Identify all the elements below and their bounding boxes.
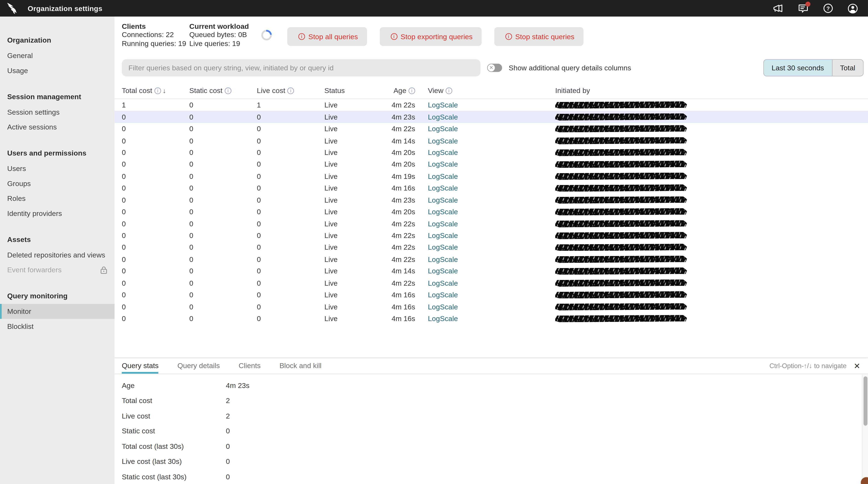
table-row[interactable]: 000Live4m 14sLogScale bbox=[115, 265, 868, 277]
column-header-view[interactable]: Viewi bbox=[428, 87, 555, 95]
stop-static-queries-button[interactable]: iStop static queries bbox=[494, 27, 583, 46]
stop-all-queries-button[interactable]: iStop all queries bbox=[287, 27, 367, 46]
view-link[interactable]: LogScale bbox=[428, 208, 458, 216]
table-row[interactable]: 000Live4m 19sLogScale bbox=[115, 170, 868, 182]
tab-clients[interactable]: Clients bbox=[239, 358, 261, 373]
cell-total-cost: 0 bbox=[122, 125, 189, 133]
query-table-header: Total costi↓Static costiLive costiStatus… bbox=[115, 81, 868, 99]
table-row[interactable]: 000Live4m 14sLogScale bbox=[115, 135, 868, 147]
tab-query-details[interactable]: Query details bbox=[177, 358, 220, 373]
query-filter-input[interactable] bbox=[122, 59, 480, 77]
cell-live-cost: 0 bbox=[257, 267, 324, 275]
view-link[interactable]: LogScale bbox=[428, 314, 458, 323]
column-header-age[interactable]: Agei bbox=[388, 87, 415, 95]
sidebar-item-active-sessions[interactable]: Active sessions bbox=[0, 120, 115, 134]
stat-row-total-cost: Total cost2 bbox=[122, 393, 868, 409]
table-row[interactable]: 000Live4m 20sLogScale bbox=[115, 158, 868, 170]
table-row[interactable]: 000Live4m 20sLogScale bbox=[115, 206, 868, 218]
view-link[interactable]: LogScale bbox=[428, 125, 458, 133]
range-option-total[interactable]: Total bbox=[832, 60, 863, 76]
view-link[interactable]: LogScale bbox=[428, 267, 458, 275]
additional-columns-toggle[interactable]: ✕ bbox=[487, 64, 502, 72]
cell-static-cost: 0 bbox=[189, 219, 257, 228]
stop-exporting-queries-button[interactable]: iStop exporting queries bbox=[379, 27, 482, 46]
view-link[interactable]: LogScale bbox=[428, 255, 458, 264]
sidebar-item-monitor[interactable]: Monitor bbox=[0, 304, 115, 319]
table-row[interactable]: 000Live4m 20sLogScale bbox=[115, 147, 868, 158]
info-icon[interactable]: i bbox=[446, 88, 452, 94]
view-link[interactable]: LogScale bbox=[428, 279, 458, 287]
sidebar-item-roles[interactable]: Roles bbox=[0, 191, 115, 206]
cell-view: LogScale bbox=[428, 279, 555, 287]
column-header-label: Initiated by bbox=[555, 87, 590, 95]
sidebar-item-general[interactable]: General bbox=[0, 48, 115, 63]
table-row[interactable]: 000Live4m 22sLogScale bbox=[115, 253, 868, 265]
overview-block-clients: ClientsConnections: 22Running queries: 1… bbox=[122, 22, 189, 48]
details-tabbar-right: Ctrl-Option-↑/↓ to navigate ✕ bbox=[770, 358, 868, 373]
table-row[interactable]: 000Live4m 23sLogScale bbox=[115, 111, 868, 123]
info-icon[interactable]: i bbox=[225, 88, 231, 94]
sidebar-item-label: Session settings bbox=[7, 108, 60, 116]
table-row[interactable]: 000Live4m 22sLogScale bbox=[115, 230, 868, 242]
table-row[interactable]: 000Live4m 22sLogScale bbox=[115, 242, 868, 253]
details-tabs: Query statsQuery detailsClientsBlock and… bbox=[115, 358, 868, 374]
sidebar-item-identity-providers[interactable]: Identity providers bbox=[0, 206, 115, 221]
view-link[interactable]: LogScale bbox=[428, 196, 458, 204]
notifications-icon[interactable] bbox=[798, 3, 808, 13]
view-link[interactable]: LogScale bbox=[428, 148, 458, 157]
range-option-last-30-seconds[interactable]: Last 30 seconds bbox=[764, 60, 832, 76]
column-header-static-cost[interactable]: Static costi bbox=[189, 87, 257, 95]
cell-status: Live bbox=[324, 303, 388, 311]
table-row[interactable]: 101Live4m 22sLogScale bbox=[115, 99, 868, 111]
view-link[interactable]: LogScale bbox=[428, 243, 458, 251]
details-scrollbar-thumb[interactable] bbox=[864, 376, 867, 425]
sidebar-item-session-settings[interactable]: Session settings bbox=[0, 105, 115, 120]
details-scrollbar[interactable] bbox=[862, 374, 868, 484]
info-icon[interactable]: i bbox=[287, 88, 294, 94]
query-table-body: 101Live4m 22sLogScale000Live4m 23sLogSca… bbox=[115, 99, 868, 325]
cell-live-cost: 0 bbox=[257, 291, 324, 299]
view-link[interactable]: LogScale bbox=[428, 172, 458, 180]
table-row[interactable]: 000Live4m 16sLogScale bbox=[115, 301, 868, 313]
help-icon[interactable]: ? bbox=[823, 3, 833, 13]
view-link[interactable]: LogScale bbox=[428, 113, 458, 121]
view-link[interactable]: LogScale bbox=[428, 219, 458, 228]
sidebar-item-blocklist[interactable]: Blocklist bbox=[0, 319, 115, 334]
sidebar-item-deleted-repositories-and-views[interactable]: Deleted repositories and views bbox=[0, 247, 115, 263]
table-row[interactable]: 000Live4m 22sLogScale bbox=[115, 218, 868, 230]
column-header-live-cost[interactable]: Live costi bbox=[257, 87, 324, 95]
column-header-label: Live cost bbox=[257, 87, 285, 95]
cell-view: LogScale bbox=[428, 148, 555, 157]
sidebar-item-usage[interactable]: Usage bbox=[0, 63, 115, 78]
view-link[interactable]: LogScale bbox=[428, 137, 458, 145]
view-link[interactable]: LogScale bbox=[428, 303, 458, 311]
sidebar-item-groups[interactable]: Groups bbox=[0, 176, 115, 191]
view-link[interactable]: LogScale bbox=[428, 291, 458, 299]
cell-total-cost: 0 bbox=[122, 113, 189, 121]
cell-live-cost: 0 bbox=[257, 303, 324, 311]
table-row[interactable]: 000Live4m 23sLogScale bbox=[115, 194, 868, 206]
table-row[interactable]: 000Live4m 22sLogScale bbox=[115, 123, 868, 135]
sidebar-item-users[interactable]: Users bbox=[0, 161, 115, 176]
column-header-initiated-by[interactable]: Initiated by bbox=[555, 87, 868, 95]
column-header-status[interactable]: Status bbox=[324, 87, 388, 95]
table-row[interactable]: 000Live4m 16sLogScale bbox=[115, 289, 868, 301]
tab-block-and-kill[interactable]: Block and kill bbox=[280, 358, 321, 373]
table-row[interactable]: 000Live4m 16sLogScale bbox=[115, 313, 868, 325]
info-icon[interactable]: i bbox=[154, 88, 161, 94]
table-row[interactable]: 000Live4m 16sLogScale bbox=[115, 182, 868, 194]
megaphone-icon[interactable] bbox=[773, 3, 783, 13]
sort-descending-icon[interactable]: ↓ bbox=[163, 87, 166, 95]
view-link[interactable]: LogScale bbox=[428, 160, 458, 169]
view-link[interactable]: LogScale bbox=[428, 184, 458, 192]
close-icon[interactable]: ✕ bbox=[854, 362, 860, 369]
account-icon[interactable] bbox=[847, 3, 858, 13]
view-link[interactable]: LogScale bbox=[428, 232, 458, 240]
table-row[interactable]: 000Live4m 22sLogScale bbox=[115, 277, 868, 289]
crowdstrike-falcon-logo-icon[interactable] bbox=[6, 2, 20, 14]
tab-query-stats[interactable]: Query stats bbox=[122, 358, 159, 373]
cell-view: LogScale bbox=[428, 125, 555, 133]
column-header-total-cost[interactable]: Total costi↓ bbox=[122, 87, 189, 95]
info-icon[interactable]: i bbox=[409, 88, 415, 94]
view-link[interactable]: LogScale bbox=[428, 101, 458, 109]
